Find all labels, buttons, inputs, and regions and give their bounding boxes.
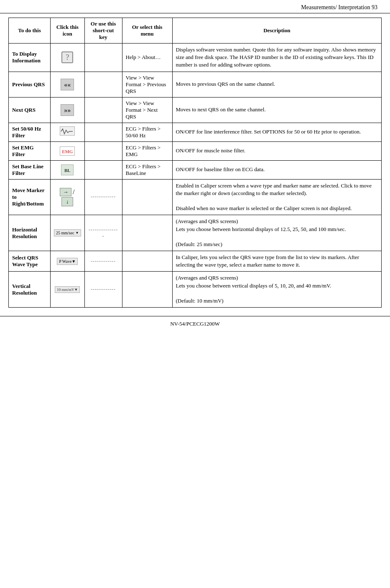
- col-header-menu: Or select this menu: [122, 18, 172, 44]
- icon-cell: ?: [51, 44, 85, 72]
- shortcut-cell: ------------: [84, 179, 122, 215]
- shortcut-cell: ------------: [84, 251, 122, 272]
- icon-cell: ««: [51, 72, 85, 97]
- desc-cell: Enabled in Caliper screen when a wave ty…: [172, 179, 381, 215]
- desc-cell: In Caliper, lets you select the QRS wave…: [172, 251, 381, 272]
- shortcut-cell: [84, 123, 122, 141]
- header-title: Measurements/ Interpretation 93: [301, 4, 377, 10]
- menu-cell: View > View Format > Previous QRS: [122, 72, 172, 97]
- icon-cell: 10 mm/mV▼: [51, 272, 85, 308]
- reference-table: To do this Click this icon Or use this s…: [8, 18, 382, 308]
- desc-cell: ON/OFF for muscle noise filter.: [172, 141, 381, 160]
- table-row: Set 50/60 Hz Filter ECG > Filters > 50/6…: [9, 123, 382, 141]
- table-row: Select QRS Wave Type P Wave▼ -----------…: [9, 251, 382, 272]
- page-footer: NV-54/PCECG1200W: [0, 316, 390, 331]
- filter-50-60-icon: [60, 126, 75, 136]
- col-header-shortcut: Or use this short-cut key: [84, 18, 122, 44]
- menu-cell: ECG > Filters > BaseLine: [122, 160, 172, 179]
- icon-cell: → / ↓: [51, 179, 85, 215]
- icon-cell: [51, 123, 85, 141]
- desc-cell: ON/OFF for line interference filter. Set…: [172, 123, 381, 141]
- help-icon: ?: [61, 51, 73, 63]
- col-header-todo: To do this: [9, 18, 51, 44]
- horiz-res-icon: 25 mm/sec▼: [54, 229, 81, 236]
- todo-cell: Set EMG Filter: [9, 141, 51, 160]
- todo-cell: Select QRS Wave Type: [9, 251, 51, 272]
- menu-cell: [122, 215, 172, 251]
- table-row: Previous QRS «« View > View Format > Pre…: [9, 72, 382, 97]
- shortcut-cell: [84, 44, 122, 72]
- todo-cell: Move Marker to Right/Bottom: [9, 179, 51, 215]
- shortcut-cell: ---------------: [84, 215, 122, 251]
- col-header-icon: Click this icon: [51, 18, 85, 44]
- next-qrs-icon: »»: [61, 104, 74, 116]
- menu-cell: [122, 272, 172, 308]
- menu-cell: [122, 251, 172, 272]
- menu-cell: View > View Format > Next QRS: [122, 97, 172, 123]
- todo-cell: Previous QRS: [9, 72, 51, 97]
- shortcut-cell: [84, 72, 122, 97]
- desc-cell: (Averages and QRS screens)Lets you choos…: [172, 272, 381, 308]
- todo-cell: Vertical Resolution: [9, 272, 51, 308]
- todo-cell: Horizontal Resolution: [9, 215, 51, 251]
- todo-cell: To Display Information: [9, 44, 51, 72]
- desc-cell: Moves to previous QRS on the same channe…: [172, 72, 381, 97]
- bl-icon: BL: [61, 164, 74, 175]
- main-content: To do this Click this icon Or use this s…: [0, 18, 390, 308]
- todo-cell: Next QRS: [9, 97, 51, 123]
- table-row: Set Base Line Filter BL ECG > Filters > …: [9, 160, 382, 179]
- menu-cell: Help > About…: [122, 44, 172, 72]
- shortcut-cell: [84, 141, 122, 160]
- table-row: Next QRS »» View > View Format > Next QR…: [9, 97, 382, 123]
- table-row: Vertical Resolution 10 mm/mV▼ ----------…: [9, 272, 382, 308]
- desc-cell: ON/OFF for baseline filter on ECG data.: [172, 160, 381, 179]
- vert-res-icon: 10 mm/mV▼: [55, 286, 80, 293]
- shortcut-cell: ------------: [84, 272, 122, 308]
- todo-cell: Set Base Line Filter: [9, 160, 51, 179]
- icon-cell: BL: [51, 160, 85, 179]
- icon-cell: P Wave▼: [51, 251, 85, 272]
- col-header-description: Description: [172, 18, 381, 44]
- desc-cell: Moves to next QRS on the same channel.: [172, 97, 381, 123]
- desc-cell: (Averages and QRS screens)Lets you choos…: [172, 215, 381, 251]
- footer-text: NV-54/PCECG1200W: [170, 321, 220, 327]
- table-row: To Display Information ? Help > About… D…: [9, 44, 382, 72]
- table-row: Horizontal Resolution 25 mm/sec▼ -------…: [9, 215, 382, 251]
- icon-cell: »»: [51, 97, 85, 123]
- shortcut-cell: [84, 160, 122, 179]
- pwave-icon: P Wave▼: [57, 258, 78, 265]
- page-header: Measurements/ Interpretation 93: [0, 0, 390, 13]
- move-marker-icon: → / ↓: [54, 188, 81, 206]
- move-down-icon: ↓: [61, 197, 73, 206]
- emg-icon: EMG: [60, 146, 75, 156]
- table-row: Set EMG Filter EMG ECG > Filters > EMG O…: [9, 141, 382, 160]
- icon-cell: 25 mm/sec▼: [51, 215, 85, 251]
- menu-cell: ECG > Filters > EMG: [122, 141, 172, 160]
- shortcut-cell: [84, 97, 122, 123]
- move-right-icon: →: [60, 188, 71, 196]
- menu-cell: ECG > Filters > 50/60 Hz: [122, 123, 172, 141]
- menu-cell: [122, 179, 172, 215]
- prev-qrs-icon: ««: [61, 79, 74, 90]
- icon-cell: EMG: [51, 141, 85, 160]
- table-row: Move Marker to Right/Bottom → / ↓ ------…: [9, 179, 382, 215]
- todo-cell: Set 50/60 Hz Filter: [9, 123, 51, 141]
- desc-cell: Displays software version number. Quote …: [172, 44, 381, 72]
